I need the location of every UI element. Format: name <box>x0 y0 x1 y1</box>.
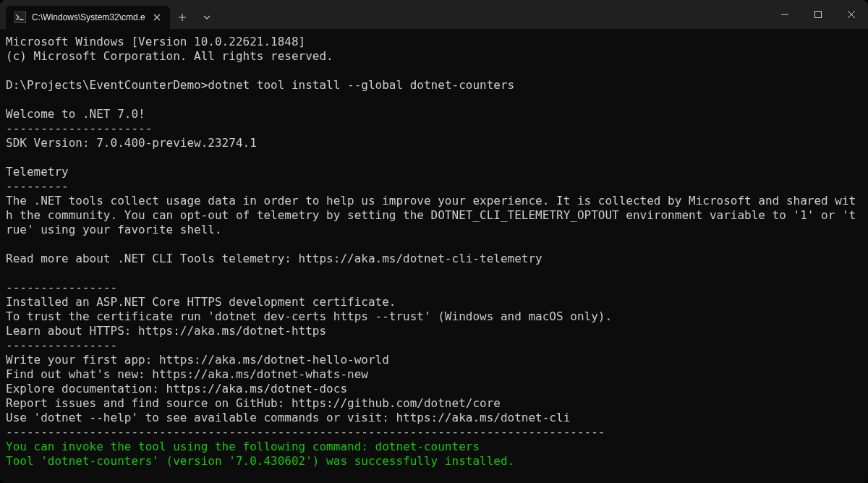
output-line: The .NET tools collect usage data in ord… <box>6 194 856 236</box>
output-line: ----------------------------------------… <box>6 425 605 439</box>
success-line: Tool 'dotnet-counters' (version '7.0.430… <box>6 454 514 468</box>
terminal-window: C:\Windows\System32\cmd.e <box>0 0 868 483</box>
close-window-button[interactable] <box>835 0 868 29</box>
output-line: --------------------- <box>6 121 152 135</box>
minimize-button[interactable] <box>768 0 801 29</box>
window-controls <box>768 0 868 29</box>
output-line: Report issues and find source on GitHub:… <box>6 396 501 410</box>
output-line: Telemetry <box>6 165 69 179</box>
output-line: ---------------- <box>6 281 117 294</box>
command-text: dotnet tool install --global dotnet-coun… <box>208 78 514 92</box>
new-tab-button[interactable] <box>170 6 195 29</box>
terminal-output[interactable]: Microsoft Windows [Version 10.0.22621.18… <box>0 29 868 483</box>
output-line: Microsoft Windows [Version 10.0.22621.18… <box>6 35 305 48</box>
output-line: Installed an ASP.NET Core HTTPS developm… <box>6 295 396 309</box>
svg-rect-0 <box>14 12 26 23</box>
titlebar: C:\Windows\System32\cmd.e <box>0 0 868 29</box>
svg-rect-3 <box>815 12 822 18</box>
output-line: To trust the certificate run 'dotnet dev… <box>6 309 612 323</box>
output-line: --------- <box>6 179 69 193</box>
output-line: Explore documentation: https://aka.ms/do… <box>6 382 347 396</box>
tab-strip: C:\Windows\System32\cmd.e <box>0 0 219 29</box>
tab-close-button[interactable] <box>151 12 163 23</box>
output-line: Write your first app: https://aka.ms/dot… <box>6 353 389 367</box>
tab-title: C:\Windows\System32\cmd.e <box>32 12 145 22</box>
tab-dropdown-button[interactable] <box>195 6 219 29</box>
output-line: (c) Microsoft Corporation. All rights re… <box>6 49 333 63</box>
output-line: Learn about HTTPS: https://aka.ms/dotnet… <box>6 324 326 338</box>
tab-active[interactable]: C:\Windows\System32\cmd.e <box>6 6 170 29</box>
titlebar-drag-area[interactable] <box>219 0 768 29</box>
output-line: Find out what's new: https://aka.ms/dotn… <box>6 367 368 381</box>
output-line: ---------------- <box>6 338 117 352</box>
prompt-path: D:\Projects\EventCounterDemo> <box>6 78 208 92</box>
output-line: Read more about .NET CLI Tools telemetry… <box>6 252 542 265</box>
output-line: Use 'dotnet --help' to see available com… <box>6 411 570 424</box>
output-line: SDK Version: 7.0.400-preview.23274.1 <box>6 136 257 150</box>
success-line: You can invoke the tool using the follow… <box>6 440 480 453</box>
maximize-button[interactable] <box>801 0 835 29</box>
output-line: Welcome to .NET 7.0! <box>6 107 145 121</box>
cmd-icon <box>14 12 26 23</box>
